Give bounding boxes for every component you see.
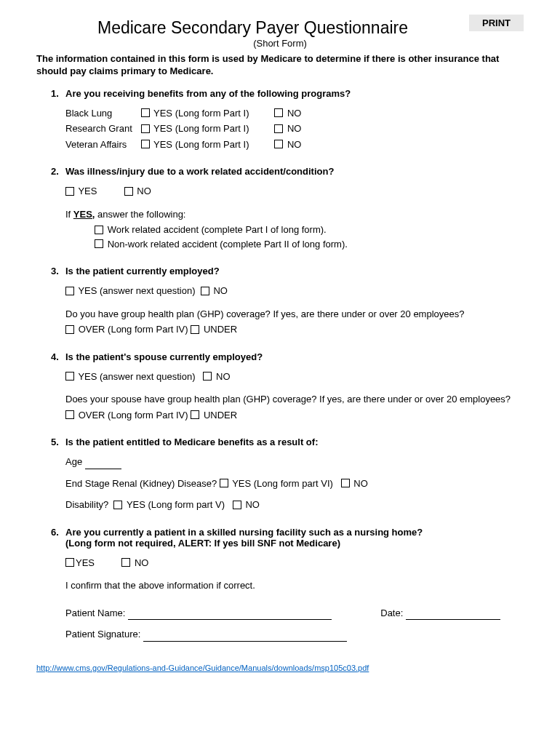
q3-num: 3. [51,266,65,276]
q6-confirm: I confirm that the above information if … [65,578,524,593]
q2-num: 2. [51,166,65,177]
q1-veteran-yes-checkbox[interactable] [141,140,150,148]
question-4: 4. Is the patient's spouse currently emp… [36,351,524,423]
q2-ifyes-suffix: answer the following: [95,209,185,220]
q3-yes-checkbox[interactable] [65,287,74,295]
q1-num: 1. [51,88,65,99]
q1-yes-2: YES (Long form Part I) [153,139,249,150]
q6-no: NO [135,557,149,568]
q1-text: Are you receiving benefits from any of t… [65,88,351,99]
question-1: 1. Are you receiving benefits from any o… [36,88,524,152]
q4-under: UNDER [204,410,237,421]
footer-link[interactable]: http://www.cms.gov/Regulations-and-Guida… [36,664,524,672]
q3-under: UNDER [204,324,237,335]
q1-no-2: NO [287,139,302,150]
q2-no: NO [137,186,151,196]
q2-ifyes-prefix: If [65,209,73,220]
q1-row-research: Research Grant YES (Long form Part I) NO [65,121,524,136]
q5-esrd-yes: YES (Long form part VI) [232,478,333,489]
q3-over-checkbox[interactable] [65,325,74,334]
print-button[interactable]: PRINT [469,15,524,31]
q3-over: OVER (Long form Part IV) [79,324,188,335]
q6-yes-checkbox[interactable] [65,558,74,567]
q1-yes-1: YES (Long form Part I) [153,123,249,134]
q1-blacklung-yes-checkbox[interactable] [141,108,150,117]
q5-age-label: Age [65,456,82,467]
q4-no-checkbox[interactable] [203,372,212,381]
q2-opt2-checkbox[interactable] [95,239,103,248]
q5-esrd-yes-checkbox[interactable] [220,479,228,487]
q1-veteran-no-checkbox[interactable] [274,140,283,148]
q5-num: 5. [51,437,65,447]
q2-ifyes-bold: YES, [73,209,95,220]
q2-opt2: Non-work related accident (complete Part… [108,239,348,250]
q2-no-checkbox[interactable] [124,187,133,196]
q5-disability-no-checkbox[interactable] [233,501,241,509]
q1-row-veteran: Veteran Affairs YES (Long form Part I) N… [65,138,524,152]
q5-esrd-no-checkbox[interactable] [341,479,350,487]
question-2: 2. Was illness/injury due to a work rela… [36,166,524,251]
q4-sub: Does your spouse have group health plan … [65,392,524,407]
q5-disability-yes: YES (Long form part V) [127,499,225,510]
q1-yes-0: YES (Long form Part I) [153,108,249,119]
q1-label-0: Black Lung [65,106,138,121]
q3-under-checkbox[interactable] [191,325,199,334]
q5-esrd-no: NO [353,478,368,489]
q6-text: Are you currently a patient in a skilled… [65,527,423,538]
q1-row-blacklung: Black Lung YES (Long form Part I) NO [65,106,524,121]
q4-yes-checkbox[interactable] [65,372,74,381]
date-input[interactable] [406,619,500,620]
q4-yes: YES (answer next question) [78,371,195,382]
page-subtitle: (Short Form) [36,38,524,49]
q6-num: 6. [51,527,65,549]
q4-text: Is the patient's spouse currently employ… [65,351,263,362]
signature-input[interactable] [143,641,347,642]
date-label: Date: [380,607,403,618]
q6-text2: (Long form not required, ALERT: If yes b… [65,538,340,549]
q1-research-yes-checkbox[interactable] [141,124,150,133]
q4-no: NO [216,371,231,382]
q1-label-1: Research Grant [65,121,138,136]
q6-yes: YES [76,557,95,568]
patient-name-input[interactable] [128,619,332,620]
patient-name-label: Patient Name: [65,607,125,618]
q2-yes: YES [78,186,97,196]
intro-text: The information contained in this form i… [36,53,524,78]
q5-disability-yes-checkbox[interactable] [113,501,122,509]
q4-over: OVER (Long form Part IV) [79,410,188,421]
q3-text: Is the patient currently employed? [65,266,220,276]
q2-text: Was illness/injury due to a work related… [65,166,334,177]
q3-no: NO [213,285,228,296]
question-6: 6. Are you currently a patient in a skil… [36,527,524,642]
q1-no-1: NO [287,123,302,134]
question-3: 3. Is the patient currently employed? YE… [36,266,524,337]
q6-no-checkbox[interactable] [121,558,130,567]
q2-yes-checkbox[interactable] [65,187,74,196]
q1-label-2: Veteran Affairs [65,138,138,152]
q1-blacklung-no-checkbox[interactable] [274,108,283,117]
q3-yes: YES (answer next question) [78,285,195,296]
q4-over-checkbox[interactable] [65,410,74,419]
q3-sub: Do you have group health plan (GHP) cove… [65,307,524,322]
page-title: Medicare Secondary Payer Questionnaire [36,18,524,38]
q4-num: 4. [51,351,65,362]
q1-research-no-checkbox[interactable] [274,124,283,133]
q1-no-0: NO [287,108,302,119]
q5-disability-no: NO [245,499,260,510]
q3-no-checkbox[interactable] [201,287,209,295]
signature-label: Patient Signature: [65,629,140,640]
q4-under-checkbox[interactable] [191,410,199,419]
q5-esrd-label: End Stage Renal (Kidney) Disease? [65,478,217,489]
question-5: 5. Is the patient entitled to Medicare b… [36,437,524,512]
q2-opt1: Work related accident (complete Part I o… [108,224,327,235]
q5-text: Is the patient entitled to Medicare bene… [65,437,318,447]
q5-disability-label: Disability? [65,499,108,510]
q5-age-input[interactable] [85,469,121,469]
q2-opt1-checkbox[interactable] [95,226,103,234]
